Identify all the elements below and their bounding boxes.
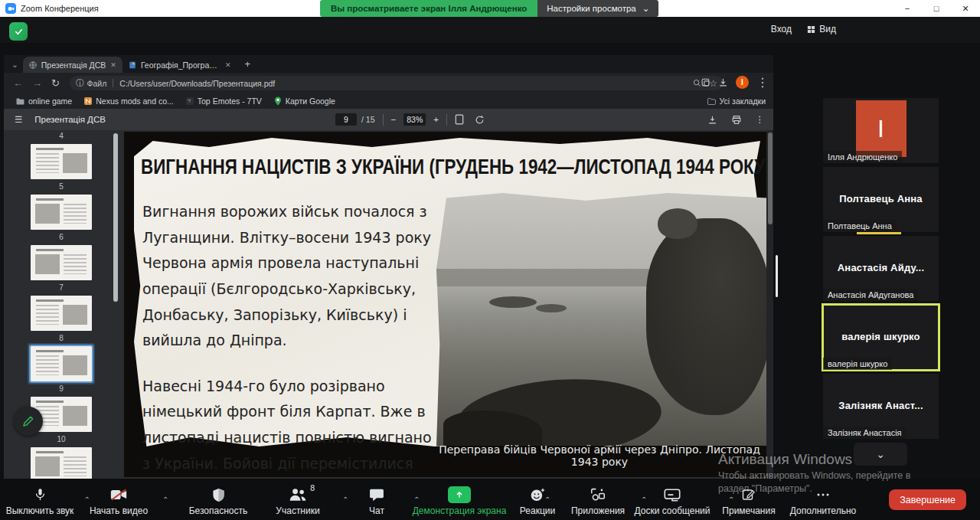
- browser-menu-icon[interactable]: ⋮: [756, 75, 769, 90]
- forward-icon[interactable]: →: [32, 77, 42, 89]
- chevron-down-icon: ⌄: [642, 3, 650, 14]
- participant-tile-active-speaker[interactable]: валерія шкурко валерія шкурко: [823, 305, 939, 370]
- maximize-button[interactable]: □: [922, 0, 951, 17]
- slide-paragraph-1: Вигнання ворожих військ почалося з Луган…: [142, 199, 433, 354]
- shield-icon: [212, 488, 225, 502]
- tab-presentation[interactable]: Презентація ДСВ ✕: [23, 57, 122, 73]
- page-total: / 15: [361, 115, 375, 124]
- login-button[interactable]: Вход: [771, 24, 792, 34]
- pencil-icon: [21, 414, 35, 428]
- view-settings-button[interactable]: Настройки просмотра ⌄: [537, 0, 658, 17]
- meeting-security-shield-icon[interactable]: [9, 22, 28, 41]
- slide-paragraph-2: Навесні 1944-го було розірвано німецький…: [142, 374, 433, 477]
- ellipsis-icon: [816, 492, 830, 497]
- tab-geography[interactable]: Географія_Програма атестац.. ✕: [122, 57, 237, 73]
- reactions-button[interactable]: Реакции: [505, 479, 570, 520]
- tab-close-icon[interactable]: ✕: [110, 61, 116, 69]
- divider: [113, 79, 113, 87]
- slide-body-text: Вигнання ворожих військ почалося з Луган…: [142, 199, 433, 477]
- participants-icon: [289, 488, 307, 502]
- tab-close-icon[interactable]: ✕: [225, 61, 231, 69]
- pdf-download-icon[interactable]: [707, 115, 717, 125]
- pdf-print-icon[interactable]: [731, 115, 742, 125]
- url-scheme-chip: Файл: [87, 79, 107, 88]
- thumb-page-label: 8: [4, 334, 119, 342]
- whiteboard-icon: [664, 489, 681, 502]
- meeting-controls-bar: ⌃ Выключить звук ⌃ Начать видео: [0, 479, 980, 520]
- thumbnail-page-5[interactable]: [31, 144, 92, 179]
- bookmark-7tv[interactable]: Top Emotes - 7TV: [186, 96, 262, 106]
- whiteboards-button[interactable]: ⌃ Доски сообщений: [628, 479, 717, 520]
- collapse-participants-button[interactable]: ⌄: [854, 443, 907, 466]
- thumbnail-page-6[interactable]: [31, 195, 92, 230]
- title-bar: Zoom Конференция Вы просматриваете экран…: [0, 0, 980, 17]
- participant-name-tag: Анастасія Айдуганова: [823, 289, 918, 301]
- address-bar[interactable]: ⓘ Файл C:/Users/user/Downloads/Презентац…: [70, 76, 724, 90]
- tab-label: Географія_Програма атестац..: [141, 61, 220, 70]
- participant-tile[interactable]: Залізняк Анаст... Залізняк Анастасія: [823, 374, 939, 439]
- back-icon[interactable]: ←: [13, 77, 23, 89]
- bookmark-google-maps[interactable]: Карти Google: [274, 96, 335, 106]
- thumbnail-scrollbar[interactable]: [113, 133, 118, 302]
- thumb-page-label: 7: [4, 283, 119, 292]
- zoom-out-button[interactable]: −: [391, 115, 397, 124]
- participant-name-tag: Залізняк Анастасія: [823, 427, 906, 439]
- participants-button[interactable]: 8 ⌃ Участники: [257, 479, 338, 520]
- pdf-doc-title: Презентація ДСВ: [34, 115, 106, 124]
- close-button[interactable]: ✕: [951, 0, 980, 17]
- url-text: C:/Users/user/Downloads/Презентация.pdf: [119, 79, 275, 88]
- participant-tile[interactable]: Анастасія Айду... Анастасія Айдуганова: [823, 236, 939, 301]
- bookmark-online-game[interactable]: online game: [16, 96, 72, 106]
- participant-name-tag: валерія шкурко: [823, 358, 892, 370]
- bookmark-nexus[interactable]: Nexus mods and co...: [84, 96, 174, 106]
- info-icon[interactable]: ⓘ: [76, 78, 84, 89]
- browser-tab-strip: ⌄ Презентація ДСВ ✕ Географія_Програма а…: [4, 55, 773, 73]
- chat-bubble-icon: [369, 489, 384, 502]
- start-video-button[interactable]: ⌃ Начать видео: [80, 479, 158, 520]
- mute-button[interactable]: ⌃ Выключить звук: [0, 479, 80, 520]
- thumbnail-page-7[interactable]: [31, 245, 92, 280]
- pdf-menu-icon[interactable]: ☰: [15, 114, 22, 125]
- security-button[interactable]: Безопасность: [178, 479, 259, 520]
- participant-name-tag: Ілля Андрющенко: [823, 151, 902, 163]
- page-number-input[interactable]: 9: [335, 113, 357, 126]
- thumbnail-page-11[interactable]: [31, 447, 92, 479]
- profile-avatar[interactable]: І: [736, 76, 749, 89]
- globe-favicon: [29, 61, 37, 69]
- thumbnail-page-9-selected[interactable]: [31, 346, 92, 381]
- participant-tile[interactable]: І Ілля Андрющенко: [823, 98, 939, 163]
- downloads-icon[interactable]: [718, 77, 728, 87]
- tab-search-chevron-icon[interactable]: ⌄: [11, 60, 18, 69]
- zoom-level[interactable]: 83%: [403, 113, 426, 126]
- annotate-button[interactable]: [14, 407, 43, 436]
- slide-page-9: ВИГНАННЯ НАЦИСТІВ З УКРАЇНИ (ГРУДЕНЬ 194…: [124, 132, 769, 477]
- new-tab-button[interactable]: +: [244, 58, 250, 70]
- zoom-in-button[interactable]: +: [433, 115, 439, 124]
- tab-share-icon[interactable]: [701, 77, 710, 87]
- bookmarks-bar: online game Nexus mods and co... Top Emo…: [4, 93, 773, 109]
- viewing-screen-banner: Вы просматриваете экран Ілля Андрющенко: [320, 0, 537, 17]
- share-screen-icon: [448, 486, 471, 503]
- windows-activation-watermark-line: раздел "Параметры".: [718, 483, 812, 494]
- rotate-icon[interactable]: [475, 115, 485, 125]
- participant-tile[interactable]: Полтавець Анна Полтавець Анна: [823, 167, 939, 232]
- apps-button[interactable]: ⌃ Приложения: [562, 479, 634, 520]
- chevron-up-icon[interactable]: ⌃: [162, 495, 168, 504]
- view-button[interactable]: Вид: [807, 24, 836, 34]
- audio-activity-bar: [857, 232, 901, 234]
- end-meeting-button[interactable]: Завершение: [889, 489, 966, 510]
- fit-page-icon[interactable]: [455, 114, 464, 125]
- pdf-scrollbar[interactable]: [766, 130, 773, 479]
- all-bookmarks-button[interactable]: Усі закладки: [707, 96, 766, 106]
- scroll-indicator[interactable]: [776, 255, 778, 297]
- minimize-button[interactable]: −: [893, 0, 922, 17]
- reload-icon[interactable]: ↻: [51, 77, 60, 89]
- pdf-more-icon[interactable]: ⋮: [756, 114, 765, 125]
- chevron-down-icon: ⌄: [876, 448, 885, 460]
- thumb-page-label: 6: [4, 233, 119, 241]
- participants-count-badge: 8: [310, 483, 315, 492]
- doc-favicon: [129, 61, 136, 69]
- thumbnail-page-8[interactable]: [31, 296, 92, 331]
- shared-screen-browser: ⌄ Презентація ДСВ ✕ Географія_Програма а…: [4, 55, 773, 479]
- thumb-page-label: 9: [4, 384, 119, 393]
